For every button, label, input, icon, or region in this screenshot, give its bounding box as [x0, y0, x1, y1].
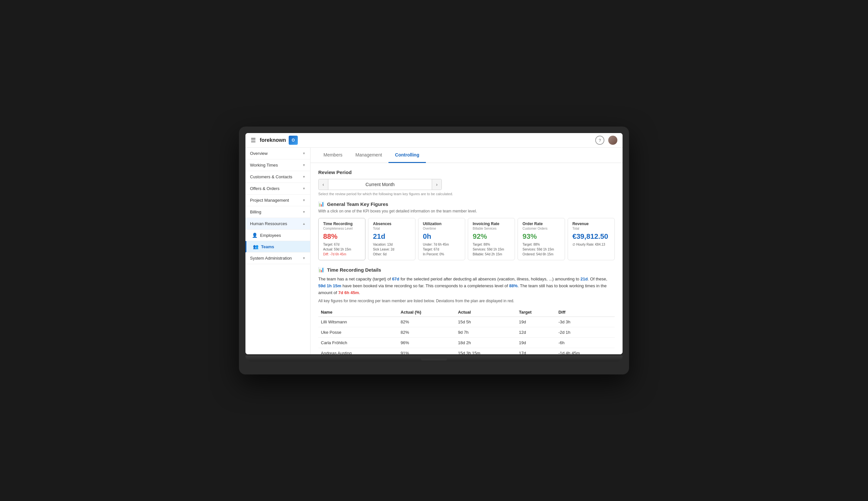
member-target: 19d: [516, 317, 556, 327]
member-actual-pct: 96%: [398, 338, 455, 348]
chevron-down-icon: ▼: [302, 199, 306, 202]
person-icon: 👤: [252, 233, 257, 238]
period-next-button[interactable]: ›: [432, 179, 441, 190]
kpi-card-revenue-value: €39,812.50: [572, 232, 610, 241]
chevron-up-icon: ▲: [302, 222, 306, 225]
member-diff: -1d 4h 45m: [556, 348, 615, 354]
avatar[interactable]: [608, 136, 617, 145]
chevron-down-icon: ▼: [302, 256, 306, 260]
chevron-down-icon: ▼: [302, 163, 306, 167]
top-bar: ☰ foreknown O ?: [245, 133, 623, 148]
detail-target: 67d: [392, 277, 399, 281]
sidebar-item-human-ressources[interactable]: Human Ressources ▲: [245, 218, 310, 230]
kpi-section-header: 📊 General Team Key Figures: [318, 201, 615, 207]
col-header-name: Name: [318, 308, 398, 317]
col-header-actual-pct: Actual (%): [398, 308, 455, 317]
kpi-card-invoicing-rate[interactable]: Invoicing Rate Billable Services 92% Tar…: [468, 218, 515, 260]
kpi-card-revenue-details: ∅ Hourly Rate: €84.13: [572, 242, 610, 247]
kpi-card-revenue[interactable]: Revenue Total €39,812.50 ∅ Hourly Rate: …: [568, 218, 615, 260]
period-current-label: Current Month: [328, 179, 432, 190]
employees-label: Employees: [260, 233, 281, 238]
kpi-cards: Time Recording Completeness Level 88% Ta…: [318, 218, 615, 260]
member-actual: 15d 5h: [455, 317, 517, 327]
kpi-card-time-recording-title: Time Recording: [323, 222, 361, 226]
kpi-card-invoicing-rate-title: Invoicing Rate: [473, 222, 510, 226]
kpi-card-utilization-title: Utilization: [423, 222, 460, 226]
chevron-down-icon: ▼: [302, 210, 306, 214]
member-diff: -2d 1h: [556, 327, 615, 338]
member-name: Andreas Austing: [318, 348, 398, 354]
tab-controlling[interactable]: Controlling: [388, 148, 426, 163]
logo-area: foreknown O: [260, 136, 298, 145]
kpi-card-order-rate-title: Order Rate: [523, 222, 560, 226]
app-name: foreknown: [260, 137, 286, 143]
kpi-card-utilization[interactable]: Utilization Overtime 0h Under: 7d 6h 45m…: [418, 218, 465, 260]
col-header-diff: Diff: [556, 308, 615, 317]
tabs-bar: Members Management Controlling: [310, 148, 623, 163]
detail-percent: 88%: [509, 283, 518, 288]
sidebar-item-system-administration[interactable]: System Administration ▼: [245, 253, 310, 264]
hamburger-icon[interactable]: ☰: [251, 137, 256, 144]
kpi-card-revenue-title: Revenue: [572, 222, 610, 226]
chevron-down-icon: ▼: [302, 152, 306, 155]
kpi-section-title: General Team Key Figures: [327, 201, 388, 207]
member-name: Uke Posse: [318, 327, 398, 338]
sidebar-item-customers-contacts[interactable]: Customers & Contacts ▼: [245, 171, 310, 183]
detail-section-title: Time Recording Details: [327, 267, 381, 273]
avatar-image: [608, 136, 617, 145]
kpi-card-invoicing-rate-sub: Billable Services: [473, 227, 510, 230]
tab-management[interactable]: Management: [349, 148, 388, 163]
period-prev-button[interactable]: ‹: [319, 179, 328, 190]
kpi-section-desc: With a click on one of the KPI boxes you…: [318, 209, 615, 213]
kpi-card-utilization-sub: Overtime: [423, 227, 460, 230]
member-actual: 9d 7h: [455, 327, 517, 338]
member-name: Carla Fröhlich: [318, 338, 398, 348]
kpi-card-utilization-value: 0h: [423, 232, 460, 241]
kpi-card-order-rate-details: Target: 88%Services: 59d 1h 15mOrdered: …: [523, 242, 560, 257]
kpi-card-order-rate-sub: Customer Orders: [523, 227, 560, 230]
kpi-card-absences-details: Vacation: 13dSick Leave: 2dOther: 6d: [373, 242, 410, 257]
kpi-card-order-rate[interactable]: Order Rate Customer Orders 93% Target: 8…: [518, 218, 565, 260]
table-row: Lilli Witsmann 82% 15d 5h 19d -3d 3h: [318, 317, 615, 327]
member-actual-pct: 91%: [398, 348, 455, 354]
kpi-card-time-recording[interactable]: Time Recording Completeness Level 88% Ta…: [318, 218, 365, 260]
table-row: Uke Posse 82% 9d 7h 12d -2d 1h: [318, 327, 615, 338]
member-target: 19d: [516, 338, 556, 348]
sidebar-item-offers-orders[interactable]: Offers & Orders ▼: [245, 183, 310, 194]
kpi-card-absences-sub: Total: [373, 227, 410, 230]
kpi-card-utilization-details: Under: 7d 6h 45mTarget: 67dIn Percent: 0…: [423, 242, 460, 257]
sidebar-sub-item-teams[interactable]: 👥 Teams: [245, 241, 310, 253]
help-icon[interactable]: ?: [595, 136, 604, 145]
chevron-down-icon: ▼: [302, 175, 306, 179]
detail-actual: 59d 1h 15m: [318, 283, 341, 288]
sidebar-item-project-management[interactable]: Project Management ▼: [245, 194, 310, 206]
member-actual: 15d 3h 15m: [455, 348, 517, 354]
kpi-card-invoicing-rate-details: Target: 88%Services: 59d 1h 15mBillable:…: [473, 242, 510, 257]
logo-icon: O: [289, 136, 298, 145]
bar-chart-icon-2: 📊: [318, 267, 325, 273]
kpi-card-invoicing-rate-value: 92%: [473, 232, 510, 241]
sidebar-item-working-times[interactable]: Working Times ▼: [245, 159, 310, 171]
member-name: Lilli Witsmann: [318, 317, 398, 327]
detail-diff: 7d 6h 45m: [338, 290, 359, 295]
member-target: 12d: [516, 327, 556, 338]
col-header-actual: Actual: [455, 308, 517, 317]
period-hint: Select the review period for which the f…: [318, 192, 615, 196]
chevron-down-icon: ▼: [302, 187, 306, 190]
sidebar-sub-item-employees[interactable]: 👤 Employees: [245, 230, 310, 241]
kpi-card-order-rate-value: 93%: [523, 232, 560, 241]
detail-hint: All key figures for time recording per t…: [318, 299, 615, 303]
kpi-card-absences-value: 21d: [373, 232, 410, 241]
kpi-card-time-recording-sub: Completeness Level: [323, 227, 361, 230]
sidebar-item-overview[interactable]: Overview ▼: [245, 148, 310, 159]
top-bar-right: ?: [595, 136, 617, 145]
app-body: Overview ▼ Working Times ▼ Customers & C…: [245, 148, 623, 354]
tab-members[interactable]: Members: [317, 148, 349, 163]
sidebar-item-billing[interactable]: Billing ▼: [245, 206, 310, 218]
kpi-card-absences-title: Absences: [373, 222, 410, 226]
review-period-title: Review Period: [318, 170, 615, 175]
table-row: Andreas Austing 91% 15d 3h 15m 17d -1d 4…: [318, 348, 615, 354]
content-area: Review Period ‹ Current Month › Select t…: [310, 163, 623, 354]
kpi-card-absences[interactable]: Absences Total 21d Vacation: 13dSick Lea…: [368, 218, 415, 260]
teams-label: Teams: [261, 244, 274, 249]
